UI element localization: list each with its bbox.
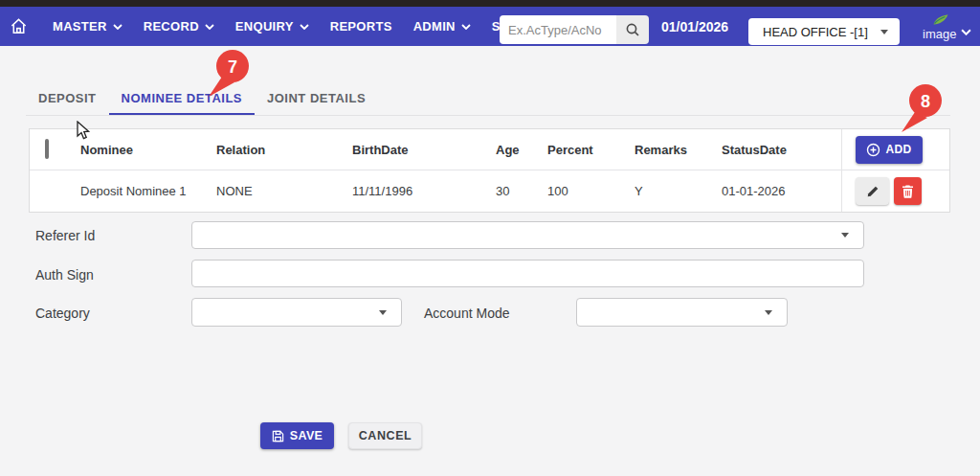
detail-tabs: DEPOSIT NOMINEE DETAILS JOINT DETAILS — [26, 82, 950, 116]
nav-item-label: ENQUIRY — [235, 19, 294, 34]
dropdown-caret-icon — [880, 30, 888, 34]
branch-selector-value: HEAD OFFICE -[1] — [763, 25, 868, 39]
top-navbar: MASTER RECORD ENQUIRY REPORTS ADMIN SHAR… — [0, 7, 980, 46]
auth-sign-label: Auth Sign — [35, 267, 94, 283]
cell-nominee: Deposit Nominee 1 — [80, 184, 216, 198]
save-button-label: SAVE — [290, 429, 323, 442]
dropdown-caret-icon — [379, 310, 387, 315]
category-select[interactable] — [191, 298, 402, 327]
select-all-checkbox[interactable] — [45, 139, 49, 159]
nav-menu: MASTER RECORD ENQUIRY REPORTS ADMIN SHAR… — [10, 7, 561, 46]
nominee-table-header: Nominee Relation BirthDate Age Percent R… — [30, 129, 949, 170]
tab-joint-details[interactable]: JOINT DETAILS — [255, 82, 378, 115]
auth-sign-input[interactable] — [191, 260, 864, 287]
column-header-nominee: Nominee — [80, 143, 216, 157]
save-button[interactable]: SAVE — [260, 422, 334, 449]
home-button[interactable] — [10, 17, 28, 35]
logo-text: image — [923, 27, 956, 41]
tab-nominee-details[interactable]: NOMINEE DETAILS — [109, 82, 255, 115]
column-header-birthdate: BirthDate — [352, 143, 496, 157]
branch-selector[interactable]: HEAD OFFICE -[1] — [748, 18, 900, 45]
cell-relation: NONE — [216, 184, 352, 198]
browser-top-strip — [0, 0, 980, 7]
nominee-table: Nominee Relation BirthDate Age Percent R… — [29, 128, 950, 213]
account-mode-select[interactable] — [576, 298, 788, 327]
nav-item-enquiry[interactable]: ENQUIRY — [235, 19, 309, 34]
plus-circle-icon — [866, 143, 880, 157]
nav-item-record[interactable]: RECORD — [144, 19, 214, 34]
leaf-logo-icon — [932, 13, 949, 26]
trash-icon — [902, 185, 914, 198]
nav-item-label: REPORTS — [330, 19, 392, 34]
header-action-cell: ADD — [841, 129, 949, 170]
table-row: Deposit Nominee 1 NONE 11/11/1996 30 100… — [30, 170, 949, 212]
nav-item-label: MASTER — [53, 19, 107, 34]
category-label: Category — [35, 306, 90, 321]
cell-age: 30 — [496, 184, 547, 198]
chevron-down-icon — [961, 29, 971, 35]
chevron-down-icon — [300, 24, 309, 30]
business-date: 01/01/2026 — [658, 7, 731, 46]
cell-birthdate: 11/11/1996 — [352, 184, 496, 198]
step-badge-7-number: 7 — [228, 57, 237, 77]
add-button-label: ADD — [885, 143, 911, 156]
row-action-cell — [841, 170, 949, 212]
app-screen: MASTER RECORD ENQUIRY REPORTS ADMIN SHAR… — [0, 0, 980, 476]
cell-percent: 100 — [547, 184, 635, 198]
referer-id-select[interactable] — [191, 221, 864, 249]
cell-remarks: Y — [635, 184, 722, 198]
column-header-statusdate: StatusDate — [722, 143, 841, 157]
dropdown-caret-icon — [841, 233, 849, 238]
nav-item-admin[interactable]: ADMIN — [413, 19, 471, 34]
column-header-age: Age — [496, 143, 547, 157]
chevron-down-icon — [461, 24, 471, 30]
chevron-down-icon — [205, 24, 214, 30]
edit-nominee-button[interactable] — [856, 177, 889, 205]
delete-nominee-button[interactable] — [894, 177, 922, 205]
nav-item-label: RECORD — [144, 19, 199, 34]
cancel-button[interactable]: CANCEL — [348, 422, 422, 449]
home-icon — [10, 17, 28, 35]
column-header-percent: Percent — [547, 143, 635, 157]
chevron-down-icon — [113, 24, 122, 30]
tab-deposit[interactable]: DEPOSIT — [26, 82, 109, 115]
dropdown-caret-icon — [765, 310, 772, 315]
search-input[interactable] — [500, 15, 616, 44]
pencil-icon — [866, 185, 880, 198]
nav-item-master[interactable]: MASTER — [53, 19, 122, 34]
account-mode-label: Account Mode — [424, 306, 510, 321]
nav-item-reports[interactable]: REPORTS — [330, 19, 392, 34]
user-menu[interactable]: image — [917, 12, 974, 45]
search-icon — [625, 22, 640, 37]
column-header-remarks: Remarks — [635, 143, 722, 157]
add-nominee-button[interactable]: ADD — [856, 136, 923, 164]
account-search — [500, 15, 649, 44]
referer-id-label: Referer Id — [35, 228, 95, 243]
save-icon — [272, 430, 284, 442]
column-header-relation: Relation — [216, 143, 352, 157]
nav-item-label: ADMIN — [413, 19, 456, 34]
search-button[interactable] — [616, 15, 649, 44]
cell-statusdate: 01-01-2026 — [722, 184, 841, 198]
